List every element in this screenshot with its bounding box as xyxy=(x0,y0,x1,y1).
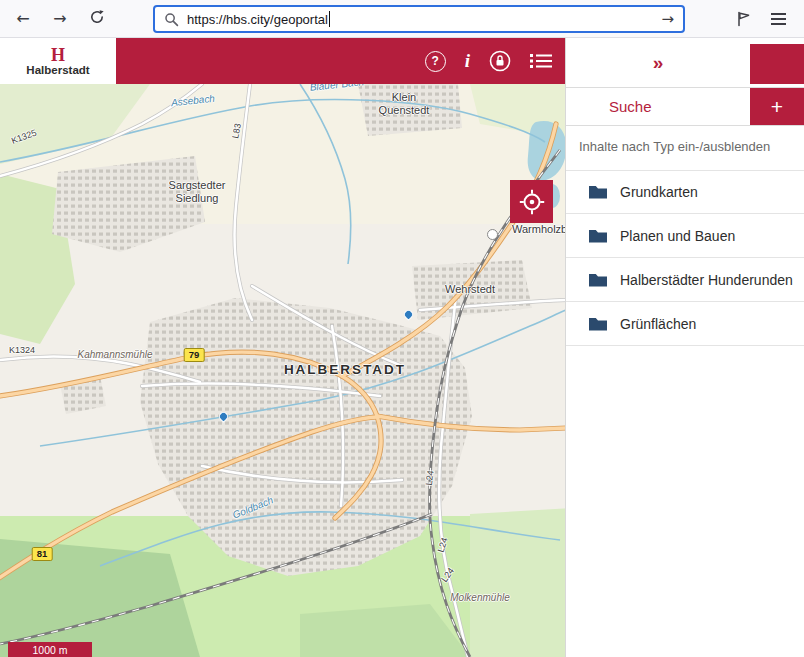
road-badge-81: 81 xyxy=(32,547,53,561)
url-text: https://hbs.city/geoportal xyxy=(187,12,328,27)
app-header: H Halberstadt ? i xyxy=(0,38,565,84)
collapse-panel-button[interactable]: » xyxy=(566,38,750,87)
layer-item-hunderunden[interactable]: Halberstädter Hunderunden xyxy=(566,258,804,302)
road-badge-79: 79 xyxy=(184,348,205,362)
folder-icon xyxy=(588,272,608,288)
help-icon: ? xyxy=(425,51,446,72)
search-row: Suche + xyxy=(566,88,804,126)
folder-icon xyxy=(588,316,608,332)
help-glyph: ? xyxy=(432,54,439,68)
info-button[interactable]: i xyxy=(465,50,470,72)
back-button[interactable]: ← xyxy=(8,5,38,33)
menu-toggle-button[interactable] xyxy=(750,44,804,84)
list-icon xyxy=(530,53,552,69)
forward-button[interactable]: → xyxy=(45,5,75,33)
logo-name: Halberstadt xyxy=(26,64,89,76)
folder-icon xyxy=(588,184,608,200)
tree-hint: Inhalte nach Typ ein-/ausblenden xyxy=(566,126,804,170)
reload-icon xyxy=(89,9,105,25)
layer-item-gruenflaechen[interactable]: Grünflächen xyxy=(566,302,804,346)
layer-item-planen-und-bauen[interactable]: Planen und Bauen xyxy=(566,214,804,258)
side-panel: » Suche + Inhalte nach Typ ein-/ausblend… xyxy=(565,38,804,657)
panel-top-row: » xyxy=(566,38,804,88)
page-content: Assebach Klein Quenstedt L83 K1325 Sargs… xyxy=(0,38,804,657)
add-button[interactable]: + xyxy=(750,88,804,125)
folder-icon xyxy=(588,228,608,244)
help-button[interactable]: ? xyxy=(425,51,446,72)
layer-item-grundkarten[interactable]: Grundkarten xyxy=(566,170,804,214)
lock-icon xyxy=(489,50,511,72)
info-icon: i xyxy=(465,50,470,72)
legend-button[interactable] xyxy=(530,53,552,69)
browser-window: ← → https://hbs.city/geoportal → xyxy=(0,0,804,657)
menu-toggle-wrap xyxy=(750,38,804,87)
geolocate-button[interactable] xyxy=(510,180,553,223)
search-icon xyxy=(164,12,179,27)
layer-label: Grünflächen xyxy=(620,316,696,332)
search-section-button[interactable]: Suche xyxy=(566,88,750,125)
menu-button[interactable] xyxy=(764,6,792,32)
url-bar[interactable]: https://hbs.city/geoportal → xyxy=(153,5,685,33)
layer-label: Grundkarten xyxy=(620,184,698,200)
layer-label: Planen und Bauen xyxy=(620,228,735,244)
header-bar: ? i xyxy=(116,38,565,84)
viewpoint-marker xyxy=(487,229,498,240)
go-arrow-icon[interactable]: → xyxy=(661,10,674,28)
browser-toolbar: ← → https://hbs.city/geoportal → xyxy=(0,0,804,38)
reload-button[interactable] xyxy=(82,5,112,33)
layer-label: Halberstädter Hunderunden xyxy=(620,272,793,288)
logo[interactable]: H Halberstadt xyxy=(0,38,116,84)
logo-mark-icon: H xyxy=(51,47,65,64)
login-button[interactable] xyxy=(489,50,511,72)
hamburger-icon xyxy=(771,13,786,25)
text-caret xyxy=(329,11,330,27)
scale-bar: 1000 m xyxy=(8,642,92,657)
crosshair-icon xyxy=(519,189,545,215)
flag-button[interactable] xyxy=(729,6,757,32)
flag-icon xyxy=(734,10,752,28)
